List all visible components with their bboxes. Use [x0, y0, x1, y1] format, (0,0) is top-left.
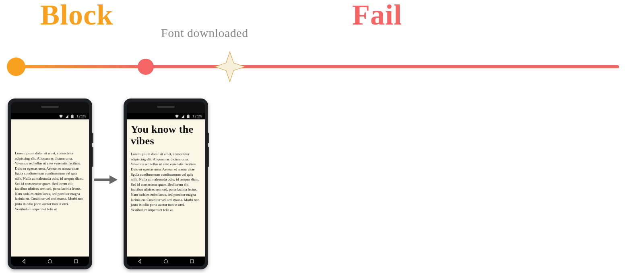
phone-volume-rocker-icon: [92, 147, 93, 167]
android-nav-bar: [127, 257, 205, 266]
phone-side-button-icon: [208, 133, 209, 143]
phone-speaker-bar: [127, 102, 205, 113]
font-downloaded-label: Font downloaded: [161, 26, 248, 40]
diagram-stage: Block Fail Font downloaded 12:29 Lorem: [0, 0, 644, 273]
phone-frame: 12:29 Lorem ipsum dolor sit amet, consec…: [8, 99, 92, 269]
signal-icon: [65, 115, 68, 118]
phone-status-bar: 12:29: [11, 113, 89, 119]
battery-icon: [71, 115, 74, 118]
svg-rect-2: [72, 115, 73, 115]
phone-side-button-icon: [92, 133, 93, 143]
phone-speaker-bar: [11, 102, 89, 113]
android-nav-bar: [11, 257, 89, 266]
title-block-label: Block: [40, 0, 113, 32]
svg-rect-1: [71, 115, 73, 118]
invisible-heading-placeholder: [15, 123, 85, 151]
phone-screen: You know the vibes Lorem ipsum dolor sit…: [127, 119, 205, 257]
svg-point-9: [164, 260, 167, 263]
phone-after-font-load: 12:29 You know the vibes Lorem ipsum dol…: [124, 99, 208, 269]
timeline-dot-block-end: [138, 59, 154, 75]
svg-marker-6: [109, 175, 118, 184]
body-text: Lorem ipsum dolor sit amet, consectetur …: [131, 152, 201, 212]
body-text: Lorem ipsum dolor sit amet, consectetur …: [15, 151, 85, 211]
svg-point-3: [48, 260, 52, 263]
timeline-dot-start: [7, 57, 25, 76]
wifi-icon: [175, 115, 179, 118]
timeline-segment-block: [15, 65, 144, 68]
nav-back-icon: [21, 259, 26, 264]
font-downloaded-marker-icon: [214, 51, 246, 82]
nav-back-icon: [137, 259, 142, 264]
svg-rect-7: [187, 115, 189, 118]
status-time: 12:29: [192, 114, 202, 118]
wifi-icon: [59, 115, 63, 118]
status-time: 12:29: [76, 114, 87, 118]
phone-block-period: 12:29 Lorem ipsum dolor sit amet, consec…: [8, 99, 92, 269]
title-fail-label: Fail: [352, 0, 402, 32]
phone-volume-rocker-icon: [208, 147, 209, 167]
nav-home-icon: [163, 259, 168, 264]
nav-recent-icon: [74, 259, 78, 264]
svg-rect-8: [188, 115, 189, 115]
svg-marker-0: [215, 52, 245, 82]
arrow-right-icon: [94, 174, 118, 186]
nav-recent-icon: [190, 259, 194, 264]
battery-icon: [187, 115, 190, 118]
phone-inner: 12:29 Lorem ipsum dolor sit amet, consec…: [11, 102, 89, 266]
svg-rect-10: [190, 260, 194, 263]
svg-rect-4: [74, 260, 78, 263]
phone-frame: 12:29 You know the vibes Lorem ipsum dol…: [124, 99, 208, 269]
page-heading: You know the vibes: [131, 123, 201, 147]
phone-screen: Lorem ipsum dolor sit amet, consectetur …: [11, 119, 89, 257]
nav-home-icon: [47, 259, 52, 264]
phone-inner: 12:29 You know the vibes Lorem ipsum dol…: [127, 102, 205, 266]
phone-status-bar: 12:29: [127, 113, 205, 119]
signal-icon: [181, 115, 184, 118]
